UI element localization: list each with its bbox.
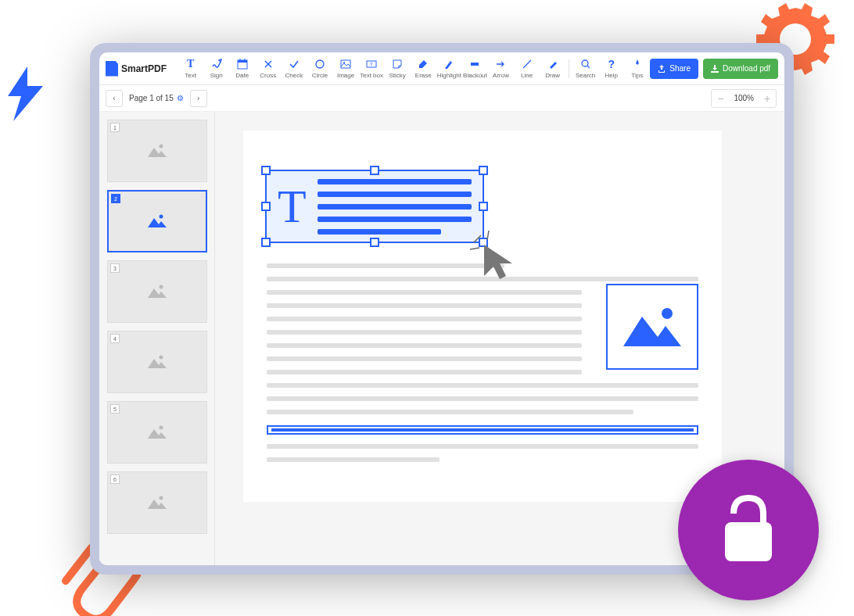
textbox-icon: T (366, 58, 377, 70)
svg-point-23 (662, 308, 673, 319)
svg-rect-2 (238, 60, 247, 63)
share-icon (658, 65, 666, 73)
page-thumbnail[interactable]: 4 (107, 331, 207, 393)
subbar: ‹ Page 1 of 15 ⚙ › − 100% + (99, 85, 784, 112)
zoom-in-button[interactable]: + (759, 90, 776, 107)
svg-rect-10 (471, 63, 479, 66)
svg-point-12 (582, 60, 588, 66)
svg-point-19 (160, 496, 163, 500)
next-page-button[interactable]: › (190, 90, 207, 107)
tool-cross[interactable]: Cross (255, 52, 281, 85)
draw-icon (547, 58, 558, 70)
text-glyph: T (278, 183, 307, 230)
selected-text-box[interactable]: T (265, 170, 484, 243)
unlock-badge (678, 460, 819, 600)
check-icon (289, 58, 300, 70)
search-icon (580, 58, 591, 70)
svg-line-13 (587, 66, 590, 68)
tool-highlight[interactable]: Highlight (436, 52, 462, 85)
zoom-control: − 100% + (711, 89, 777, 108)
page-thumbnail[interactable]: 6 (107, 471, 207, 534)
image-icon (340, 58, 351, 70)
tool-text[interactable]: T Text (178, 52, 203, 85)
tool-circle[interactable]: Circle (307, 52, 332, 85)
document-page[interactable]: T (243, 131, 722, 502)
toolbar: SmartPDF T Text Sign Date Cross Check Ci… (99, 52, 784, 85)
resize-handle[interactable] (370, 166, 379, 175)
page-thumbnail[interactable]: 2 (107, 190, 207, 252)
app-logo: SmartPDF (106, 61, 167, 77)
page-navigation: ‹ Page 1 of 15 ⚙ › (99, 90, 215, 107)
text-icon: T (187, 58, 194, 70)
unlock-icon (717, 495, 780, 565)
tool-search[interactable]: Search (572, 52, 598, 85)
logo-icon (106, 61, 118, 77)
cross-icon (263, 58, 274, 70)
resize-handle[interactable] (479, 166, 488, 175)
tool-blackout[interactable]: Blackout (462, 52, 488, 85)
tool-check[interactable]: Check (281, 52, 307, 85)
page-thumbnail[interactable]: 3 (107, 260, 207, 323)
resize-handle[interactable] (261, 166, 271, 175)
tool-image[interactable]: Image (332, 52, 358, 85)
share-button[interactable]: Share (650, 59, 698, 79)
image-placeholder-icon (145, 141, 169, 160)
app-name: SmartPDF (121, 63, 167, 74)
image-placeholder-icon (145, 353, 169, 371)
embedded-image[interactable] (606, 284, 698, 370)
tips-icon (632, 58, 643, 70)
tool-draw[interactable]: Draw (540, 52, 565, 85)
sign-icon (211, 58, 222, 70)
tool-arrow[interactable]: Arrow (488, 52, 514, 85)
svg-rect-6 (341, 60, 350, 68)
highlight-icon (443, 58, 454, 70)
workspace: 1 2 3 4 5 6 T (99, 112, 784, 565)
svg-line-21 (470, 248, 479, 249)
svg-text:T: T (370, 61, 374, 67)
thumbnail-sidebar[interactable]: 1 2 3 4 5 6 (99, 112, 215, 565)
page-settings-icon[interactable]: ⚙ (177, 94, 184, 102)
download-button[interactable]: Download pdf (703, 59, 778, 79)
svg-point-5 (316, 60, 324, 68)
page-thumbnail[interactable]: 1 (107, 120, 207, 182)
tool-sign[interactable]: Sign (203, 52, 229, 85)
svg-point-18 (160, 426, 163, 430)
arrow-icon (495, 58, 506, 70)
svg-point-17 (160, 356, 163, 360)
erase-icon (418, 58, 429, 70)
help-icon: ? (608, 58, 615, 70)
svg-point-15 (160, 215, 163, 219)
prev-page-button[interactable]: ‹ (106, 90, 123, 107)
circle-icon (314, 58, 325, 70)
resize-handle[interactable] (261, 238, 271, 247)
svg-line-11 (523, 60, 531, 68)
download-icon (711, 65, 719, 73)
page-thumbnail[interactable]: 5 (107, 401, 207, 464)
calendar-icon (237, 58, 248, 70)
image-placeholder-icon (617, 299, 687, 354)
page-indicator: Page 1 of 15 ⚙ (129, 94, 184, 102)
tool-sticky[interactable]: Sticky (385, 52, 411, 85)
resize-handle[interactable] (261, 202, 271, 211)
svg-point-14 (160, 145, 163, 149)
zoom-out-button[interactable]: − (712, 90, 729, 107)
decorative-lightning-icon (4, 66, 47, 121)
resize-handle[interactable] (479, 202, 488, 211)
tool-help[interactable]: ? Help (598, 52, 624, 85)
highlighted-line[interactable] (267, 425, 698, 435)
tool-line[interactable]: Line (514, 52, 540, 85)
image-placeholder-icon (145, 282, 169, 301)
tool-textbox[interactable]: T Text box (359, 52, 385, 85)
resize-handle[interactable] (479, 238, 488, 247)
resize-handle[interactable] (370, 238, 379, 247)
tool-date[interactable]: Date (229, 52, 255, 85)
line-icon (522, 58, 533, 70)
image-placeholder-icon (145, 423, 169, 442)
tool-erase[interactable]: Erase (411, 52, 436, 85)
tool-tips[interactable]: Tips (624, 52, 650, 85)
svg-point-16 (160, 285, 163, 289)
blackout-icon (469, 58, 480, 70)
image-placeholder-icon (145, 493, 169, 512)
svg-rect-0 (725, 522, 772, 561)
sticky-icon (392, 58, 403, 70)
